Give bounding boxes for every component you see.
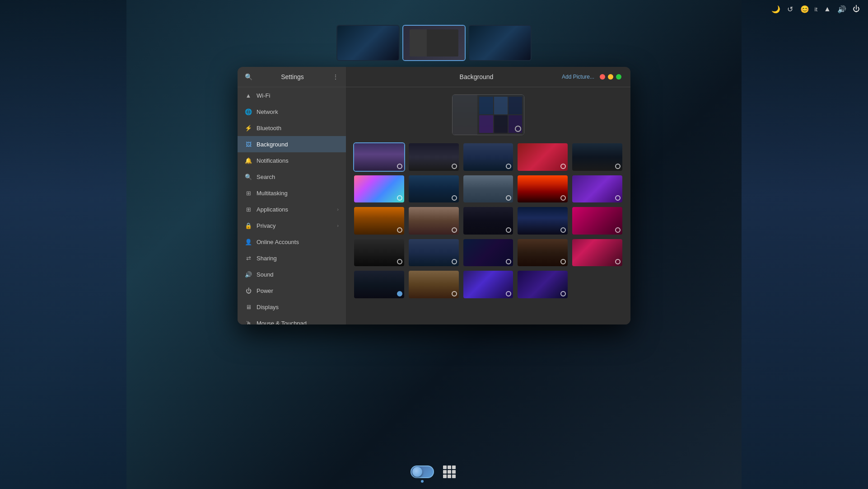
sidebar-item-sharing[interactable]: ⇄ Sharing bbox=[238, 250, 346, 266]
applications-icon: ⊞ bbox=[245, 206, 252, 213]
sidebar-item-applications-label: Applications bbox=[257, 206, 288, 213]
wallpaper-5-radio bbox=[615, 164, 621, 169]
background-icon: 🖼 bbox=[245, 141, 252, 148]
sidebar-item-network[interactable]: 🌐 Network bbox=[238, 103, 346, 120]
sidebar-item-notifications[interactable]: 🔔 Notifications bbox=[238, 152, 346, 169]
sidebar-item-notifications-label: Notifications bbox=[257, 157, 289, 164]
wallpaper-item-1[interactable] bbox=[353, 142, 405, 172]
wallpaper-item-19[interactable] bbox=[517, 238, 569, 268]
wallpaper-1-radio bbox=[397, 164, 402, 169]
wallpaper-grid[interactable] bbox=[346, 139, 630, 324]
wallpaper-item-7[interactable] bbox=[408, 174, 460, 204]
wallpaper-item-4[interactable] bbox=[517, 142, 569, 172]
keyboard-indicator: it bbox=[815, 6, 818, 13]
privacy-arrow-icon: › bbox=[337, 223, 339, 228]
wifi-icon[interactable]: ▲ bbox=[823, 5, 832, 14]
sidebar-item-displays[interactable]: 🖥 Displays bbox=[238, 299, 346, 315]
wallpaper-17-thumbnail bbox=[409, 239, 459, 267]
sidebar-item-mouse-touchpad[interactable]: 🖱 Mouse & Touchpad bbox=[238, 315, 346, 324]
dock-indicator bbox=[421, 480, 424, 483]
wallpaper-item-21[interactable] bbox=[353, 270, 405, 299]
sidebar-search-icon[interactable]: 🔍 bbox=[245, 73, 252, 80]
thumb-1-content bbox=[337, 26, 399, 60]
wallpaper-item-9[interactable] bbox=[517, 174, 569, 204]
displays-icon: 🖥 bbox=[245, 303, 252, 310]
grid-dot-9 bbox=[452, 475, 456, 478]
wallpaper-item-22[interactable] bbox=[408, 270, 460, 299]
wallpaper-item-17[interactable] bbox=[408, 238, 460, 268]
volume-icon[interactable]: 🔊 bbox=[837, 5, 846, 14]
current-wallpaper-preview bbox=[452, 94, 524, 135]
wallpaper-item-2[interactable] bbox=[408, 142, 460, 172]
wallpaper-item-13[interactable] bbox=[462, 206, 514, 235]
thumb-1[interactable] bbox=[336, 25, 400, 61]
grid-container bbox=[353, 142, 623, 299]
window-close-button[interactable] bbox=[600, 74, 605, 80]
power-sidebar-icon: ⏻ bbox=[245, 287, 252, 294]
grid-dot-4 bbox=[443, 470, 447, 474]
add-picture-button[interactable]: Add Picture... bbox=[562, 74, 594, 80]
wallpaper-21-radio bbox=[397, 291, 402, 296]
wallpaper-item-23[interactable] bbox=[462, 270, 514, 299]
sidebar-item-sound[interactable]: 🔊 Sound bbox=[238, 266, 346, 282]
topbar: 🌙 ↺ 😊 it ▲ 🔊 ⏻ bbox=[0, 0, 868, 18]
privacy-icon: 🔒 bbox=[245, 222, 252, 229]
sidebar-item-bluetooth[interactable]: ⚡ Bluetooth bbox=[238, 120, 346, 136]
sidebar-item-power[interactable]: ⏻ Power bbox=[238, 282, 346, 299]
wallpaper-item-12[interactable] bbox=[408, 206, 460, 235]
grid-dot-5 bbox=[448, 470, 451, 474]
wallpaper-2-radio bbox=[452, 164, 457, 169]
wallpaper-item-14[interactable] bbox=[517, 206, 569, 235]
wallpaper-item-6[interactable] bbox=[353, 174, 405, 204]
wallpaper-item-16[interactable] bbox=[353, 238, 405, 268]
sidebar-item-multitasking-label: Multitasking bbox=[257, 190, 288, 197]
grid-dot-7 bbox=[443, 475, 447, 478]
notifications-icon: 🔔 bbox=[245, 157, 252, 164]
wallpaper-item-8[interactable] bbox=[462, 174, 514, 204]
grid-dot-2 bbox=[448, 465, 451, 469]
grid-dot-6 bbox=[452, 470, 456, 474]
dock-toggle-thumb bbox=[412, 467, 422, 477]
preview-area bbox=[346, 87, 630, 139]
sidebar-item-multitasking[interactable]: ⊞ Multitasking bbox=[238, 185, 346, 201]
dock-grid-button[interactable] bbox=[441, 464, 457, 480]
wallpaper-item-24[interactable] bbox=[517, 270, 569, 299]
wallpaper-item-18[interactable] bbox=[462, 238, 514, 268]
sharing-icon: ⇄ bbox=[245, 254, 252, 262]
sidebar-item-background[interactable]: 🖼 Background bbox=[238, 136, 346, 152]
wallpaper-4-radio bbox=[560, 164, 566, 169]
room-left-bg bbox=[0, 0, 126, 489]
sidebar-item-power-label: Power bbox=[257, 287, 273, 294]
dock-toggle[interactable] bbox=[411, 465, 434, 478]
power-icon[interactable]: ⏻ bbox=[852, 5, 861, 14]
window-minimize-button[interactable] bbox=[608, 74, 613, 80]
sidebar-item-online-accounts[interactable]: 👤 Online Accounts bbox=[238, 234, 346, 250]
sidebar-menu-icon[interactable]: ⋮ bbox=[332, 73, 339, 80]
sidebar-item-wifi[interactable]: ▲ Wi-Fi bbox=[238, 87, 346, 103]
sidebar-item-privacy[interactable]: 🔒 Privacy › bbox=[238, 217, 346, 234]
sidebar-item-search[interactable]: 🔍 Search bbox=[238, 169, 346, 185]
bluetooth-icon: ⚡ bbox=[245, 124, 252, 132]
wallpaper-item-5[interactable] bbox=[571, 142, 623, 172]
multitasking-icon: ⊞ bbox=[245, 189, 252, 197]
thumb-2-active[interactable] bbox=[402, 25, 466, 61]
wallpaper-12-radio bbox=[452, 227, 457, 233]
applications-arrow-icon: › bbox=[337, 207, 339, 212]
moon-icon[interactable]: 🌙 bbox=[771, 5, 780, 14]
wallpaper-item-15[interactable] bbox=[571, 206, 623, 235]
wallpaper-12-thumbnail bbox=[409, 207, 459, 235]
face-icon[interactable]: 😊 bbox=[800, 5, 809, 14]
settings-sidebar: 🔍 Settings ⋮ ▲ Wi-Fi 🌐 Network ⚡ Bluetoo… bbox=[238, 67, 346, 324]
network-icon: 🌐 bbox=[245, 108, 252, 115]
sidebar-item-sound-label: Sound bbox=[257, 271, 274, 278]
online-accounts-icon: 👤 bbox=[245, 238, 252, 245]
sidebar-item-applications[interactable]: ⊞ Applications › bbox=[238, 201, 346, 217]
window-maximize-button[interactable] bbox=[616, 74, 621, 80]
wallpaper-item-11[interactable] bbox=[353, 206, 405, 235]
wallpaper-item-10[interactable] bbox=[571, 174, 623, 204]
refresh-icon[interactable]: ↺ bbox=[786, 5, 795, 14]
wallpaper-item-3[interactable] bbox=[462, 142, 514, 172]
wallpaper-item-20[interactable] bbox=[571, 238, 623, 268]
sidebar-item-background-label: Background bbox=[257, 141, 288, 148]
thumb-3[interactable] bbox=[468, 25, 532, 61]
